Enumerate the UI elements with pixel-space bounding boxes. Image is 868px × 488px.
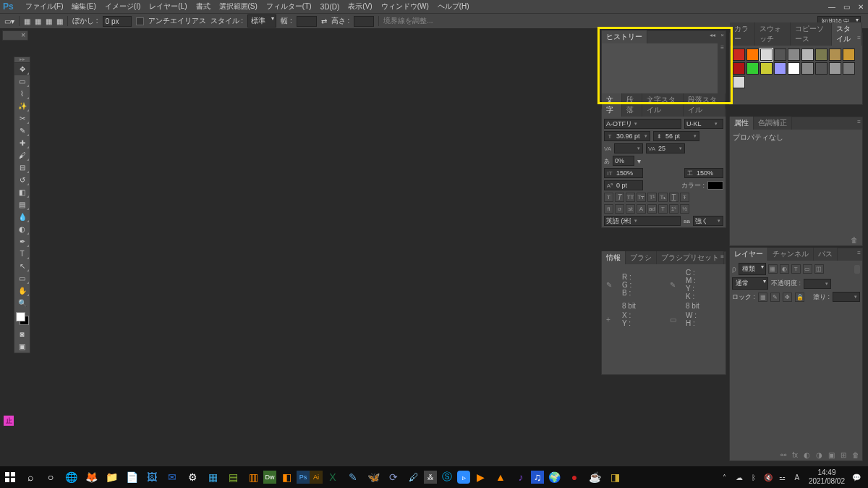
lock-paint-icon[interactable]: ✎ — [770, 293, 780, 302]
selection-add-icon[interactable]: ▦ — [35, 17, 41, 25]
taskbar-vlc-icon[interactable]: ▲ — [490, 467, 511, 487]
allcaps-button[interactable]: TT — [626, 193, 635, 202]
taskbar-outlook-icon[interactable]: ✉ — [162, 467, 182, 487]
menu-window[interactable]: ウィンドウ(W) — [377, 0, 433, 13]
eyedropper-tool[interactable]: ✎ — [14, 125, 30, 137]
taskbar-ai-icon[interactable]: Ai — [310, 471, 323, 484]
hscale-input[interactable] — [695, 169, 723, 177]
window-maximize-icon[interactable]: ▭ — [839, 0, 854, 13]
language-input[interactable] — [605, 216, 632, 225]
quickmask-toggle[interactable]: ◙ — [14, 328, 30, 340]
font-family-input[interactable] — [605, 119, 632, 128]
taskbar-rec-icon[interactable]: ● — [564, 467, 584, 487]
blur-tool[interactable]: 💧 — [14, 211, 30, 223]
filter-adj-icon[interactable]: ◐ — [780, 264, 789, 274]
tray-wifi-icon[interactable]: ⚍ — [777, 471, 788, 483]
superscript-button[interactable]: T¹ — [647, 193, 657, 202]
bold-button[interactable]: T — [604, 193, 613, 202]
style-swatch[interactable] — [733, 49, 745, 61]
tray-cloud-icon[interactable]: ☁ — [733, 471, 745, 483]
style-dropdown[interactable]: 標準 — [247, 14, 276, 28]
strikethrough-button[interactable]: Ŧ — [680, 193, 689, 202]
window-close-icon[interactable]: ✕ — [854, 0, 868, 13]
filter-smart-icon[interactable]: ◫ — [814, 264, 824, 274]
tab-character[interactable]: 文字 — [602, 93, 622, 117]
style-swatch[interactable] — [774, 49, 786, 61]
style-swatch[interactable] — [746, 62, 759, 75]
taskbar-music-icon[interactable]: ♫ — [531, 471, 544, 484]
healing-tool[interactable]: ✚ — [14, 137, 30, 149]
path-select-tool[interactable]: ↖ — [14, 260, 30, 272]
layer-fx-icon[interactable]: fx — [792, 451, 798, 459]
toolbox-handle[interactable]: ▸▸ — [14, 57, 30, 63]
style-swatch[interactable] — [733, 76, 745, 88]
taskbar-app7-icon[interactable]: 🖊 — [404, 467, 424, 487]
start-button[interactable] — [0, 467, 20, 487]
layer-adj-icon[interactable]: ◑ — [816, 451, 822, 459]
tab-color[interactable]: カラー — [730, 22, 755, 46]
ime-badge[interactable]: 止 — [4, 416, 14, 426]
taskbar-app10-icon[interactable]: ◨ — [605, 467, 625, 487]
tab-channels[interactable]: チャンネル — [768, 248, 814, 261]
baseline-input[interactable] — [615, 181, 642, 190]
layer-group-icon[interactable]: ▣ — [828, 451, 835, 459]
taskbar-app9-icon[interactable]: ☕ — [584, 467, 605, 487]
refine-edge-button[interactable]: 境界線を調整... — [383, 16, 433, 26]
fontsize-input[interactable] — [615, 132, 642, 140]
cortana-icon[interactable]: ○ — [41, 467, 61, 487]
taskbar-skype-icon[interactable]: Ⓢ — [437, 467, 457, 487]
tab-brush[interactable]: ブラシ — [626, 251, 657, 264]
tray-clock[interactable]: 14:49 2021/08/02 — [806, 468, 848, 486]
menu-view[interactable]: 表示(V) — [344, 0, 376, 13]
filter-type-icon[interactable]: T — [791, 264, 801, 274]
layer-new-icon[interactable]: ⊞ — [841, 451, 846, 459]
subscript-button[interactable]: T₁ — [658, 193, 668, 202]
fill-input[interactable] — [833, 293, 852, 301]
taskbar-notes-icon[interactable]: 📄 — [122, 467, 142, 487]
filter-kind-icon[interactable]: ρ — [732, 265, 736, 273]
tab-properties[interactable]: 属性 — [730, 117, 754, 130]
width-input[interactable] — [297, 16, 317, 27]
tab-charstyle[interactable]: 文字スタイル — [642, 93, 684, 117]
info-menu-icon[interactable]: ≡ — [720, 253, 724, 260]
taskbar-explorer-icon[interactable]: 📁 — [101, 467, 122, 487]
tray-notifications-icon[interactable]: 💬 — [851, 471, 862, 483]
selection-new-icon[interactable]: ▦ — [24, 17, 30, 25]
taskbar-dw-icon[interactable]: Dw — [263, 471, 276, 484]
feather-input[interactable] — [103, 16, 132, 27]
filter-dropdown[interactable]: 種類 — [739, 263, 766, 275]
type-tool[interactable]: T — [14, 248, 30, 260]
history-collapse-icon[interactable]: ◂◂ — [710, 32, 715, 38]
eraser-tool[interactable]: ◧ — [14, 186, 30, 198]
hand-tool[interactable]: ✋ — [14, 285, 30, 297]
screenmode-toggle[interactable]: ▣ — [14, 340, 30, 353]
pen-tool[interactable]: ✒ — [14, 235, 30, 248]
blend-mode-dropdown[interactable]: 通常 — [732, 277, 768, 290]
tray-bluetooth-icon[interactable]: ᛒ — [748, 471, 760, 483]
dodge-tool[interactable]: ◐ — [14, 223, 30, 235]
taskbar-ps-icon[interactable]: Ps — [297, 471, 310, 484]
taskbar-globe-icon[interactable]: 🌍 — [544, 467, 564, 487]
tray-chevron-icon[interactable]: ˄ — [719, 471, 731, 483]
tab-parastyle[interactable]: 段落スタイル — [684, 93, 726, 117]
style-swatch[interactable] — [843, 49, 855, 61]
zoom-tool[interactable]: 🔍 — [14, 297, 30, 309]
selection-subtract-icon[interactable]: ▦ — [46, 17, 52, 25]
style-swatch[interactable] — [829, 49, 841, 61]
layer-mask-icon[interactable]: ◐ — [804, 451, 810, 459]
smallcaps-button[interactable]: Tᴛ — [637, 193, 646, 202]
foreground-swatch[interactable] — [16, 312, 25, 321]
taskbar-app1-icon[interactable]: ▦ — [203, 467, 223, 487]
underline-button[interactable]: T — [669, 193, 678, 202]
style-swatch[interactable] — [829, 62, 841, 75]
menu-image[interactable]: イメージ(I) — [101, 0, 145, 13]
style-swatch[interactable] — [774, 62, 786, 75]
wand-tool[interactable]: ✨ — [14, 100, 30, 112]
taskbar-excel-icon[interactable]: X — [323, 467, 343, 487]
taskbar-app2-icon[interactable]: ▤ — [223, 467, 243, 487]
history-menu-icon[interactable]: ≡ — [720, 44, 724, 51]
tab-history[interactable]: ヒストリー — [602, 30, 647, 43]
opentype-fi-button[interactable]: fi — [604, 204, 613, 214]
props-delete-icon[interactable]: 🗑 — [851, 236, 858, 244]
style-swatch[interactable] — [733, 62, 745, 75]
